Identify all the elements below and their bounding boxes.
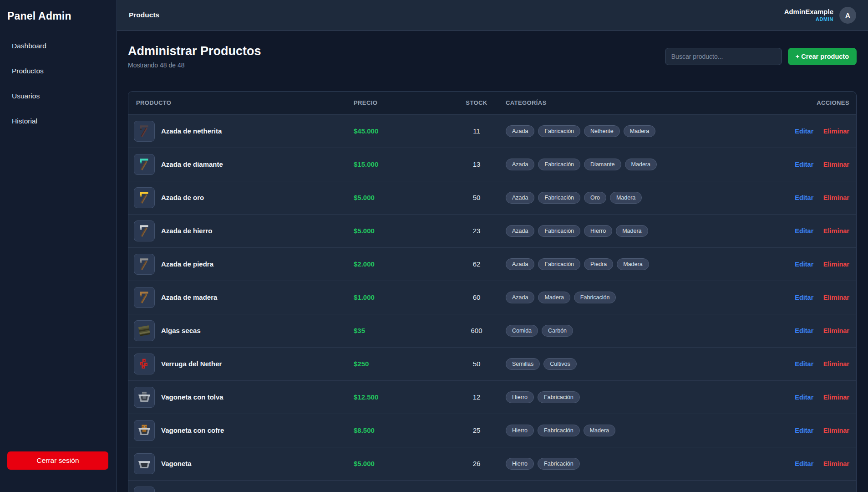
minecart-icon bbox=[134, 453, 155, 474]
sidebar-item-productos[interactable]: Productos bbox=[7, 61, 109, 81]
category-tag: Piedra bbox=[584, 258, 613, 270]
product-icon bbox=[134, 487, 155, 492]
edit-link[interactable]: Editar bbox=[795, 194, 813, 201]
category-tag: Madera bbox=[584, 425, 615, 436]
edit-link[interactable]: Editar bbox=[795, 128, 813, 135]
edit-link[interactable]: Editar bbox=[795, 327, 813, 334]
topbar: Products AdminExample ADMIN A bbox=[117, 0, 868, 31]
category-tag: Azada bbox=[506, 125, 534, 137]
category-tag: Azada bbox=[506, 258, 534, 270]
product-stock: 13 bbox=[456, 148, 497, 181]
column-header-categorias: CATEGORÍAS bbox=[497, 92, 775, 114]
category-tag: Azada bbox=[506, 292, 534, 303]
category-tag: Fabricación bbox=[538, 425, 580, 436]
category-tags: AzadaFabricaciónHierroMadera bbox=[497, 225, 775, 237]
product-name: Azada de oro bbox=[161, 194, 204, 201]
product-stock: 23 bbox=[456, 214, 497, 247]
product-name: Vagoneta con cofre bbox=[161, 426, 224, 434]
logout-button[interactable]: Cerrar sesión bbox=[7, 451, 108, 470]
delete-link[interactable]: Eliminar bbox=[823, 294, 849, 301]
page-subtitle: Mostrando 48 de 48 bbox=[128, 62, 261, 69]
page-header: Administrar Productos Mostrando 48 de 48… bbox=[117, 31, 868, 80]
delete-link[interactable]: Eliminar bbox=[823, 161, 849, 168]
search-input[interactable] bbox=[665, 48, 782, 65]
golden-hoe-icon bbox=[134, 187, 155, 208]
nether-wart-icon bbox=[134, 354, 155, 374]
delete-link[interactable]: Eliminar bbox=[823, 460, 849, 467]
create-product-button[interactable]: + Crear producto bbox=[788, 48, 857, 65]
delete-link[interactable]: Eliminar bbox=[823, 128, 849, 135]
category-tags: HierroFabricaciónMadera bbox=[497, 425, 775, 436]
category-tag: Madera bbox=[624, 125, 655, 137]
edit-link[interactable]: Editar bbox=[795, 460, 813, 467]
category-tag: Diamante bbox=[584, 159, 621, 170]
category-tags: HierroFabricación bbox=[497, 391, 775, 403]
breadcrumb: Products bbox=[129, 11, 159, 19]
edit-link[interactable]: Editar bbox=[795, 394, 813, 401]
table-row: Vagoneta con tolva $12.500 12 HierroFabr… bbox=[128, 380, 857, 414]
category-tag: Madera bbox=[616, 225, 648, 237]
column-header-acciones: ACCIONES bbox=[775, 92, 857, 114]
delete-link[interactable]: Eliminar bbox=[823, 394, 849, 401]
edit-link[interactable]: Editar bbox=[795, 427, 813, 434]
category-tag: Azada bbox=[506, 159, 534, 170]
sidebar-item-historial[interactable]: Historial bbox=[7, 111, 109, 131]
edit-link[interactable]: Editar bbox=[795, 161, 813, 168]
column-header-producto: PRODUCTO bbox=[128, 92, 354, 114]
product-stock: 50 bbox=[456, 347, 497, 380]
delete-link[interactable]: Eliminar bbox=[823, 194, 849, 201]
product-name: Azada de diamante bbox=[161, 160, 223, 168]
diamond-hoe-icon bbox=[134, 154, 155, 175]
column-header-precio: PRECIO bbox=[354, 92, 456, 114]
table-row: Azada de madera $1.000 60 AzadaMaderaFab… bbox=[128, 281, 857, 314]
table-row: Azada de hierro $5.000 23 AzadaFabricaci… bbox=[128, 214, 857, 247]
product-name: Azada de netherita bbox=[161, 127, 222, 135]
category-tag: Fabricación bbox=[574, 292, 616, 303]
category-tag: Fabricación bbox=[538, 192, 580, 204]
delete-link[interactable]: Eliminar bbox=[823, 427, 849, 434]
product-name: Azada de piedra bbox=[161, 260, 213, 268]
sidebar-nav: Dashboard Productos Usuarios Historial bbox=[0, 36, 116, 131]
category-tag: Cultivos bbox=[543, 358, 576, 370]
dried-kelp-icon bbox=[134, 320, 155, 341]
category-tags: AzadaFabricaciónNetheriteMadera bbox=[497, 125, 775, 137]
minecart-hopper-icon bbox=[134, 387, 155, 408]
category-tag: Madera bbox=[617, 258, 649, 270]
category-tag: Hierro bbox=[506, 458, 534, 470]
product-stock: 12 bbox=[456, 380, 497, 414]
stone-hoe-icon bbox=[134, 254, 155, 275]
sidebar-item-usuarios[interactable]: Usuarios bbox=[7, 86, 109, 106]
delete-link[interactable]: Eliminar bbox=[823, 360, 849, 368]
netherite-hoe-icon bbox=[134, 121, 155, 142]
delete-link[interactable]: Eliminar bbox=[823, 327, 849, 334]
edit-link[interactable]: Editar bbox=[795, 294, 813, 301]
product-stock: 11 bbox=[456, 114, 497, 148]
delete-link[interactable]: Eliminar bbox=[823, 261, 849, 268]
page-header-titles: Administrar Productos Mostrando 48 de 48 bbox=[128, 44, 261, 69]
edit-link[interactable]: Editar bbox=[795, 360, 813, 368]
product-stock: 62 bbox=[456, 247, 497, 281]
product-stock bbox=[456, 480, 497, 492]
category-tag: Carbón bbox=[542, 325, 573, 337]
category-tag: Fabricación bbox=[538, 258, 580, 270]
category-tags: ComidaCarbón bbox=[497, 325, 775, 337]
category-tags: SemillasCultivos bbox=[497, 358, 775, 370]
product-price: $1.000 bbox=[354, 293, 375, 301]
edit-link[interactable]: Editar bbox=[795, 227, 813, 235]
table-header-row: PRODUCTO PRECIO STOCK CATEGORÍAS ACCIONE… bbox=[128, 92, 857, 114]
table-row: Azada de oro $5.000 50 AzadaFabricaciónO… bbox=[128, 181, 857, 214]
wooden-hoe-icon bbox=[134, 287, 155, 308]
product-name: Algas secas bbox=[161, 327, 201, 334]
sidebar-item-dashboard[interactable]: Dashboard bbox=[7, 36, 109, 56]
category-tag: Azada bbox=[506, 192, 534, 204]
edit-link[interactable]: Editar bbox=[795, 261, 813, 268]
category-tag: Fabricación bbox=[538, 458, 580, 470]
category-tag: Netherite bbox=[584, 125, 620, 137]
category-tag: Azada bbox=[506, 225, 534, 237]
category-tag: Madera bbox=[610, 192, 642, 204]
product-stock: 26 bbox=[456, 447, 497, 480]
delete-link[interactable]: Eliminar bbox=[823, 227, 849, 235]
sidebar: Panel Admin Dashboard Productos Usuarios… bbox=[0, 0, 117, 492]
avatar[interactable]: A bbox=[839, 7, 856, 24]
table-row: Verruga del Nether $250 50 SemillasCulti… bbox=[128, 347, 857, 380]
